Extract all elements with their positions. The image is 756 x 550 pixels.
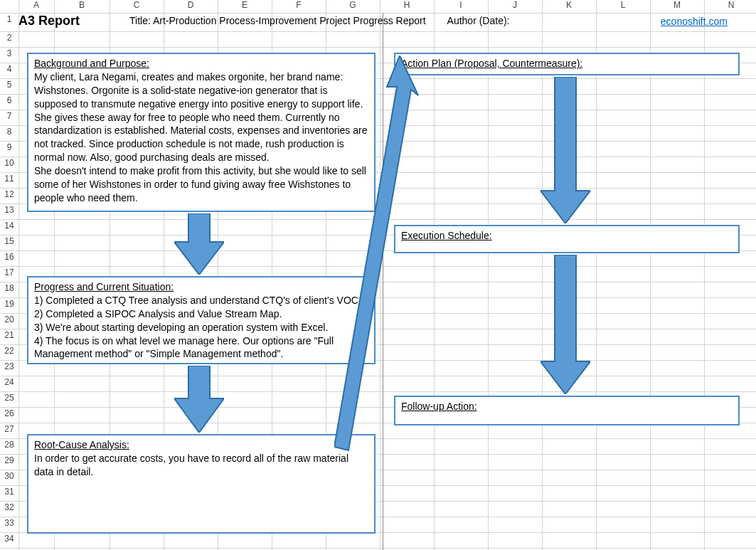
box-action: Action Plan (Proposal, Countermeasure): — [394, 53, 740, 75]
col-label: C — [110, 0, 164, 13]
box-body: My client, Lara Negami, creates and make… — [34, 70, 368, 205]
col-label: K — [542, 0, 596, 13]
col-gridline — [704, 0, 705, 550]
svg-marker-1 — [174, 366, 224, 433]
col-gridline — [650, 0, 651, 550]
box-body: 1) Completed a CTQ Tree analysis and und… — [34, 294, 368, 361]
row-label: 15 — [0, 236, 18, 246]
row-label: 29 — [0, 455, 18, 465]
row-label: 28 — [0, 440, 18, 450]
col-label: J — [488, 0, 542, 13]
row-label: 4 — [0, 64, 18, 74]
row-label: 19 — [0, 299, 18, 309]
col-label: N — [704, 0, 756, 13]
col-label: I — [434, 0, 488, 13]
title-label: Title: Art-Production Process-Improvemen… — [129, 15, 426, 26]
row-label: 6 — [0, 95, 18, 105]
col-label: G — [326, 0, 380, 13]
row-label: 10 — [0, 158, 18, 168]
row-label: 9 — [0, 142, 18, 152]
row-label: 22 — [0, 346, 18, 356]
row-gridline — [0, 47, 756, 48]
col-label: A — [18, 0, 54, 13]
row-label: 23 — [0, 361, 18, 371]
header-row: A3 Report Title: Art-Production Process-… — [18, 13, 750, 28]
svg-marker-0 — [174, 213, 224, 275]
col-label: H — [380, 0, 434, 13]
down-arrow-icon — [541, 255, 590, 394]
row-label: 14 — [0, 221, 18, 231]
box-heading: Background and Purpose: — [34, 57, 368, 70]
row-label: 16 — [0, 252, 18, 262]
row-label: 25 — [0, 393, 18, 403]
diagonal-arrow-icon — [334, 55, 420, 454]
box-heading: Follow-up Action: — [401, 400, 733, 413]
svg-marker-2 — [541, 77, 590, 223]
row-label: 2 — [0, 33, 18, 43]
col-label: E — [218, 0, 272, 13]
row-label: 32 — [0, 502, 18, 512]
col-gridline — [434, 0, 435, 550]
down-arrow-icon — [541, 77, 590, 223]
row-label: 17 — [0, 268, 18, 277]
row-label: 21 — [0, 330, 18, 340]
row-gridline — [0, 31, 756, 32]
svg-marker-4 — [334, 55, 418, 450]
svg-marker-3 — [541, 255, 590, 394]
row-label: 8 — [0, 127, 18, 137]
box-body: In order to get accurate costs, you have… — [34, 452, 368, 479]
row-label: 3 — [0, 48, 18, 58]
box-heading: Root-Cause Analysis: — [34, 438, 368, 452]
col-label: D — [164, 0, 218, 13]
col-label: L — [596, 0, 650, 13]
box-followup: Follow-up Action: — [394, 396, 740, 425]
row-label: 24 — [0, 377, 18, 387]
box-rootcause: Root-Cause Analysis: In order to get acc… — [27, 434, 376, 534]
row-label: 30 — [0, 471, 18, 481]
box-heading: Progress and Current Situation: — [34, 280, 368, 294]
box-heading: Action Plan (Proposal, Countermeasure): — [401, 57, 733, 70]
source-link[interactable]: econoshift.com — [661, 16, 728, 27]
author-label: Author (Date): — [447, 15, 510, 26]
row-label: 31 — [0, 487, 18, 497]
box-progress: Progress and Current Situation: 1) Compl… — [27, 276, 376, 364]
box-heading: Execution Schedule: — [401, 229, 733, 243]
col-label: F — [272, 0, 326, 13]
box-background: Background and Purpose: My client, Lara … — [27, 53, 376, 212]
row-label: 18 — [0, 283, 18, 293]
box-schedule: Execution Schedule: — [394, 225, 740, 253]
row-gridline — [0, 548, 756, 549]
col-gridline — [18, 0, 19, 550]
row-label: 13 — [0, 205, 18, 215]
row-label: 7 — [0, 111, 18, 121]
down-arrow-icon — [174, 366, 224, 433]
report-title: A3 Report — [18, 14, 80, 28]
down-arrow-icon — [174, 213, 224, 275]
row-label: 26 — [0, 408, 18, 418]
row-label: 34 — [0, 534, 18, 544]
col-gridline — [596, 0, 597, 550]
row-label: 27 — [0, 424, 18, 434]
row-label: 1 — [0, 14, 18, 24]
row-label: 12 — [0, 189, 18, 199]
col-gridline — [488, 0, 489, 550]
row-label: 33 — [0, 518, 18, 528]
row-label: 20 — [0, 314, 18, 324]
row-label: 5 — [0, 80, 18, 90]
col-label: B — [54, 0, 110, 13]
col-label: M — [650, 0, 704, 13]
row-label: 11 — [0, 174, 18, 184]
